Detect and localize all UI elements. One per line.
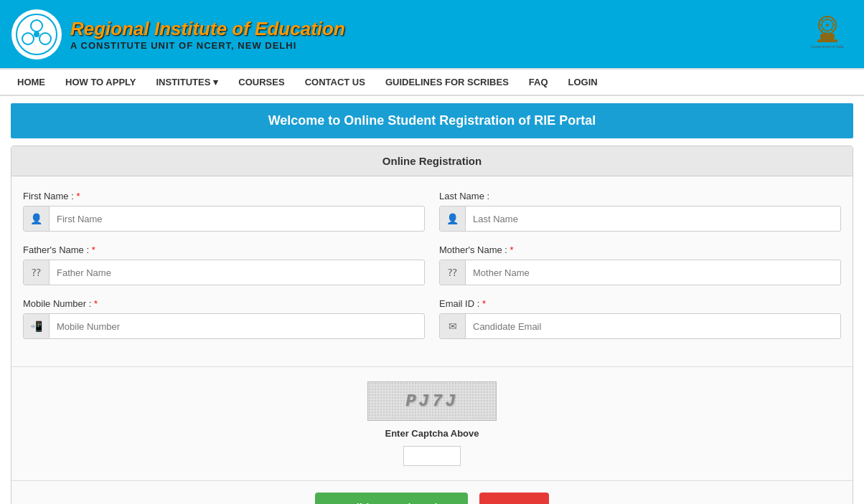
fathers-name-wrapper: ⁇ — [23, 260, 425, 285]
first-name-wrapper: 👤 — [23, 206, 425, 232]
svg-point-2 — [22, 33, 34, 44]
parents-row: Father's Name : * ⁇ Mother's Name : * ⁇ — [23, 244, 841, 285]
last-name-label: Last Name : — [439, 191, 841, 201]
mothers-name-group: Mother's Name : * ⁇ — [439, 244, 841, 285]
nav-home[interactable]: HOME — [7, 70, 55, 95]
mothers-name-wrapper: ⁇ — [439, 260, 841, 285]
form-body: First Name : * 👤 Last Name : 👤 — [11, 176, 853, 366]
nav-institutes[interactable]: INSTITUTES ▾ — [146, 70, 228, 95]
first-name-required: * — [76, 191, 80, 201]
dropdown-icon: ▾ — [213, 77, 218, 87]
mobile-group: Mobile Number : * 📲 — [23, 298, 425, 339]
svg-point-4 — [34, 32, 39, 37]
navbar: HOME HOW TO APPLY INSTITUTES ▾ COURSES C… — [0, 68, 864, 96]
header-left: Regional Institute of Education A CONSTI… — [11, 9, 345, 60]
svg-point-8 — [826, 24, 829, 27]
captcha-image: PJ7J — [367, 381, 497, 421]
fathers-name-label: Father's Name : * — [23, 244, 425, 255]
org-title: Regional Institute of Education — [70, 18, 345, 40]
org-subtitle: A CONSTITUTE UNIT OF NCERT, NEW DELHI — [70, 40, 345, 51]
contact-row: Mobile Number : * 📲 Email ID : * ✉ — [23, 298, 841, 339]
email-wrapper: ✉ — [439, 313, 841, 339]
first-name-label: First Name : * — [23, 191, 425, 201]
email-label: Email ID : * — [439, 298, 841, 309]
header-text: Regional Institute of Education A CONSTI… — [70, 18, 345, 51]
first-name-group: First Name : * 👤 — [23, 191, 425, 232]
fathers-name-group: Father's Name : * ⁇ — [23, 244, 425, 285]
fathers-name-input[interactable] — [50, 263, 424, 282]
button-section: Candidate Registration Reset — [11, 480, 853, 504]
person-icon-2: 👤 — [440, 206, 466, 231]
svg-text:Government of India: Government of India — [811, 44, 844, 49]
logo — [11, 9, 62, 60]
last-name-group: Last Name : 👤 — [439, 191, 841, 232]
mobile-required: * — [94, 298, 98, 309]
mobile-input[interactable] — [50, 317, 424, 336]
last-name-wrapper: 👤 — [439, 206, 841, 232]
nav-how-to-apply[interactable]: HOW TO APPLY — [55, 70, 146, 95]
svg-rect-18 — [817, 39, 837, 42]
mothers-name-label: Mother's Name : * — [439, 244, 841, 255]
email-icon: ✉ — [440, 314, 466, 338]
captcha-section: PJ7J Enter Captcha Above — [11, 366, 853, 480]
email-group: Email ID : * ✉ — [439, 298, 841, 339]
mobile-wrapper: 📲 — [23, 313, 425, 339]
captcha-text: PJ7J — [405, 391, 459, 411]
fathers-name-required: * — [92, 244, 95, 255]
first-name-input[interactable] — [50, 209, 424, 229]
government-emblem: Government of India — [802, 9, 853, 60]
grid-icon-2: ⁇ — [440, 260, 466, 285]
captcha-label: Enter Captcha Above — [385, 428, 479, 439]
grid-icon: ⁇ — [24, 260, 50, 285]
captcha-input[interactable] — [403, 446, 461, 466]
email-required: * — [482, 298, 486, 309]
svg-point-1 — [31, 20, 42, 32]
phone-icon: 📲 — [24, 314, 50, 338]
header: Regional Institute of Education A CONSTI… — [0, 0, 864, 68]
nav-login[interactable]: LOGIN — [558, 70, 608, 95]
mothers-name-required: * — [510, 244, 514, 255]
nav-courses[interactable]: COURSES — [228, 70, 294, 95]
mobile-label: Mobile Number : * — [23, 298, 425, 309]
last-name-input[interactable] — [466, 209, 840, 229]
candidate-registration-button[interactable]: Candidate Registration — [315, 493, 467, 504]
nav-contact-us[interactable]: CONTACT US — [295, 70, 375, 95]
registration-form-container: Online Registration First Name : * 👤 Las… — [11, 146, 853, 504]
form-title: Online Registration — [11, 146, 853, 176]
reset-button[interactable]: Reset — [479, 493, 549, 504]
svg-rect-17 — [820, 34, 835, 39]
svg-point-3 — [39, 33, 51, 44]
nav-faq[interactable]: FAQ — [519, 70, 558, 95]
name-row: First Name : * 👤 Last Name : 👤 — [23, 191, 841, 232]
mothers-name-input[interactable] — [466, 263, 840, 282]
email-input[interactable] — [466, 317, 840, 336]
nav-guidelines[interactable]: GUIDELINES FOR SCRIBES — [375, 70, 519, 95]
welcome-banner: Welcome to Online Student Registration o… — [11, 103, 853, 138]
person-icon: 👤 — [24, 206, 50, 231]
